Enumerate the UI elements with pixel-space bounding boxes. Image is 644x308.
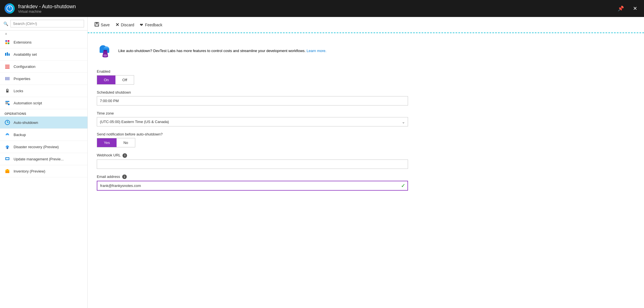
- sidebar: 🔍 ▲ Extensions Availability set: [0, 17, 88, 308]
- svg-rect-11: [5, 65, 10, 65]
- app-body: 🔍 ▲ Extensions Availability set: [0, 17, 644, 308]
- svg-rect-15: [5, 77, 6, 80]
- enabled-field-group: Enabled On Off: [97, 69, 635, 85]
- sidebar-list: ▲ Extensions Availability set Configurat…: [0, 31, 87, 308]
- svg-point-42: [103, 54, 107, 57]
- sidebar-item-backup[interactable]: Backup: [0, 129, 87, 141]
- sidebar-item-label: Auto-shutdown: [14, 120, 38, 125]
- sidebar-item-availability[interactable]: Availability set: [0, 48, 87, 61]
- page-subtitle: Virtual machine: [18, 10, 76, 14]
- email-label: Email address i: [97, 175, 635, 179]
- email-field-group: Email address i ✓: [97, 175, 635, 191]
- titlebar-actions: 📌 ✕: [615, 4, 639, 13]
- webhook-input[interactable]: [97, 160, 408, 169]
- locks-icon: [5, 88, 10, 94]
- svg-rect-18: [9, 77, 9, 80]
- search-icon: 🔍: [3, 21, 8, 26]
- sidebar-item-label: Configuration: [14, 64, 35, 69]
- pin-button[interactable]: 📌: [615, 4, 626, 13]
- svg-rect-19: [6, 91, 8, 92]
- properties-icon: [5, 76, 10, 81]
- svg-rect-7: [8, 42, 9, 44]
- sidebar-item-label: Locks: [14, 89, 23, 93]
- scheduled-shutdown-label: Scheduled shutdown: [97, 90, 635, 94]
- save-button[interactable]: Save: [93, 21, 114, 29]
- info-banner: Like auto-shutdown? DevTest Labs has mor…: [97, 40, 635, 61]
- save-icon: [95, 22, 99, 27]
- titlebar-left: frankdev - Auto-shutdown Virtual machine: [5, 3, 76, 14]
- svg-rect-21: [5, 102, 8, 103]
- svg-rect-37: [95, 25, 98, 26]
- sidebar-item-automation[interactable]: Automation script: [0, 97, 87, 109]
- email-info-icon: i: [122, 175, 127, 179]
- sidebar-item-auto-shutdown[interactable]: Auto-shutdown: [0, 117, 87, 129]
- sidebar-item-properties[interactable]: Properties: [0, 73, 87, 85]
- sidebar-section-operations: OPERATIONS: [0, 109, 87, 117]
- svg-rect-8: [5, 53, 6, 56]
- sidebar-item-disaster-recovery[interactable]: ↻ Disaster recovery (Preview): [0, 141, 87, 153]
- sidebar-item-label: Update management (Previe...: [14, 157, 64, 161]
- sidebar-item-label: Properties: [14, 77, 30, 81]
- svg-rect-20: [5, 101, 9, 102]
- svg-rect-14: [5, 68, 10, 69]
- search-input[interactable]: [10, 20, 84, 27]
- app-icon: [5, 3, 15, 14]
- disaster-recovery-icon: ↻: [5, 144, 10, 150]
- svg-rect-17: [8, 77, 8, 80]
- automation-icon: [5, 100, 10, 106]
- svg-rect-5: [8, 40, 9, 42]
- timezone-field-group: Time zone (UTC-05:00) Eastern Time (US &…: [97, 111, 635, 126]
- toggle-yes-button[interactable]: Yes: [97, 138, 117, 147]
- svg-rect-41: [104, 50, 107, 51]
- svg-rect-13: [5, 67, 10, 68]
- svg-rect-6: [5, 42, 7, 44]
- toggle-on-button[interactable]: On: [97, 76, 115, 84]
- email-input-wrapper: ✓: [97, 181, 408, 191]
- update-management-icon: [5, 156, 10, 162]
- svg-rect-12: [5, 66, 10, 66]
- feedback-icon: ❤: [140, 23, 143, 27]
- scheduled-shutdown-input[interactable]: [97, 96, 408, 105]
- svg-rect-36: [96, 22, 98, 24]
- close-button[interactable]: ✕: [631, 4, 639, 13]
- notification-field-group: Send notification before auto-shutdown? …: [97, 132, 635, 147]
- enabled-label: Enabled: [97, 69, 635, 74]
- discard-icon: ✕: [115, 22, 119, 27]
- sidebar-item-label: Backup: [14, 133, 26, 137]
- page-title: frankdev - Auto-shutdown: [18, 4, 76, 10]
- sidebar-item-label: Inventory (Preview): [14, 169, 45, 173]
- inventory-icon: [5, 168, 10, 174]
- notification-toggle: Yes No: [97, 138, 135, 147]
- sidebar-item-label: Automation script: [14, 101, 42, 105]
- sidebar-item-extensions[interactable]: Extensions: [0, 36, 87, 48]
- svg-text:↻: ↻: [7, 148, 8, 149]
- devtest-labs-icon: [97, 42, 114, 59]
- sidebar-item-locks[interactable]: Locks: [0, 85, 87, 97]
- learn-more-link[interactable]: Learn more.: [307, 49, 327, 53]
- configuration-icon: [5, 64, 10, 69]
- feedback-button[interactable]: ❤ Feedback: [139, 21, 167, 28]
- email-valid-icon: ✓: [401, 183, 405, 189]
- webhook-label: Webhook URL i: [97, 153, 635, 158]
- sidebar-item-label: Availability set: [14, 52, 37, 57]
- svg-rect-16: [7, 77, 7, 80]
- toggle-no-button[interactable]: No: [117, 138, 135, 147]
- titlebar: frankdev - Auto-shutdown Virtual machine…: [0, 0, 644, 17]
- scheduled-shutdown-field-group: Scheduled shutdown: [97, 90, 635, 105]
- sidebar-item-configuration[interactable]: Configuration: [0, 61, 87, 73]
- timezone-select-wrapper: (UTC-05:00) Eastern Time (US & Canada) ⌄: [97, 117, 408, 126]
- email-input[interactable]: [97, 181, 408, 191]
- auto-shutdown-icon: [5, 120, 10, 125]
- svg-rect-31: [6, 158, 9, 160]
- scroll-indicator: ▲: [0, 31, 87, 36]
- sidebar-item-inventory[interactable]: Inventory (Preview): [0, 165, 87, 177]
- sidebar-item-label: Disaster recovery (Preview): [14, 145, 59, 149]
- sidebar-item-label: Extensions: [14, 40, 32, 44]
- svg-rect-9: [7, 52, 8, 56]
- discard-button[interactable]: ✕ Discard: [114, 21, 139, 29]
- timezone-select[interactable]: (UTC-05:00) Eastern Time (US & Canada): [97, 117, 408, 126]
- svg-rect-4: [5, 40, 7, 42]
- sidebar-item-update-management[interactable]: Update management (Previe...: [0, 153, 87, 165]
- notification-label: Send notification before auto-shutdown?: [97, 132, 635, 136]
- toggle-off-button[interactable]: Off: [115, 76, 134, 84]
